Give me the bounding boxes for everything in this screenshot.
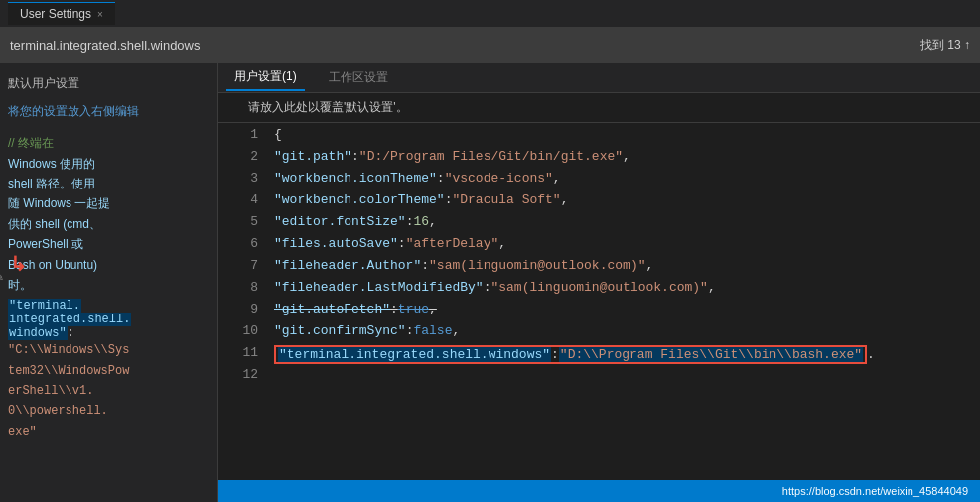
red-arrow-icon: ↳ [10,252,27,276]
line-num-1: 1 [226,127,258,142]
line-6-content: "files.autoSave" : "afterDelay" , [274,236,506,251]
title-bar: User Settings × [0,0,980,28]
line-7-content: "fileheader.Author" : "sam(linguomin@out… [274,258,653,273]
val-5: 16 [413,214,429,229]
code-line-6: 6 "files.autoSave" : "afterDelay" , [218,236,980,258]
key-8: "fileheader.LastModifiedBy" [274,280,484,295]
line-num-7: 7 [226,258,258,273]
line-num-4: 4 [226,192,258,207]
left-content-block: ↳ // 终端在 Windows 使用的 shell 路径。使用 随 Windo… [8,133,210,441]
val-part1: "C:\\Windows\\Sys [8,343,129,357]
setting-value-display: "C:\\Windows\\Sys tem32\\WindowsPow erSh… [8,340,210,441]
edit-icon: ✎ [0,270,4,284]
line-num-10: 10 [226,323,258,338]
setting-key-display: "terminal. integrated.shell. windows": [8,299,210,340]
left-panel-description: // 终端在 Windows 使用的 shell 路径。使用 随 Windows… [8,133,210,295]
search-input[interactable] [10,38,920,53]
editor-desc-text: 请放入此处以覆盖'默认设置'。 [248,100,408,114]
tab-workspace-settings-label: 工作区设置 [329,70,388,84]
line-9-content: "git.autoFetch" : true , [274,302,437,316]
comment-line: // 终端在 [8,133,210,153]
code-line-8: 8 "fileheader.LastModifiedBy" : "sam(lin… [218,280,980,302]
val-3: "vscode-icons" [445,171,553,186]
key-5: "editor.fontSize" [274,214,406,229]
line-1-content: { [274,127,282,142]
val-6: "afterDelay" [406,236,499,251]
editor-description: 请放入此处以覆盖'默认设置'。 [218,93,980,123]
line-num-12: 12 [226,367,258,382]
desc-line-7: 时。 [8,275,210,295]
val-part5: exe" [8,425,37,439]
val-8: "sam(linguomin@outlook.com)" [490,280,707,295]
tab-label: User Settings [20,7,91,21]
tab-workspace-settings[interactable]: 工作区设置 [321,65,396,91]
line-8-content: "fileheader.LastModifiedBy" : "sam(lingu… [274,280,716,295]
setting-key-part3: windows" [8,326,68,340]
val-9: true [398,302,429,316]
val-2: "D:/Program Files/Git/bin/git.exe" [359,149,623,164]
setting-key-part2: integrated.shell. [8,313,131,326]
key-11: "terminal.integrated.shell.windows" [278,347,551,362]
val-7: "sam(linguomin@outlook.com)" [429,258,645,273]
line-num-2: 2 [226,149,258,164]
code-line-11: 11 "terminal.integrated.shell.windows" :… [218,345,980,367]
line-num-11: 11 [226,345,258,360]
code-line-9: 9 "git.autoFetch" : true , [218,302,980,323]
desc-line-2: shell 路径。使用 [8,174,210,193]
line-num-3: 3 [226,171,258,186]
line-num-5: 5 [226,214,258,229]
code-line-5: 5 "editor.fontSize" : 16 , [218,214,980,236]
setting-key-block: "terminal. integrated.shell. windows": "… [8,299,210,441]
setting-colon: : [68,326,74,340]
status-url: https://blog.csdn.net/weixin_45844049 [782,485,968,497]
val-11: "D:\\Program Files\\Git\\bin\\bash.exe" [559,347,863,362]
line-4-content: "workbench.colorTheme" : "Dracula Soft" … [274,192,568,207]
line-num-8: 8 [226,280,258,295]
key-9: "git.autoFetch" [274,302,390,316]
key-2: "git.path" [274,149,351,164]
left-panel: 默认用户设置 将您的设置放入右侧编辑 ↳ // 终端在 Windows 使用的 … [0,63,218,502]
code-line-10: 10 "git.confirmSync" : false , [218,323,980,345]
line-2-content: "git.path" : "D:/Program Files/Git/bin/g… [274,149,630,164]
desc-line-5: PowerShell 或 [8,234,210,254]
code-line-3: 3 "workbench.iconTheme" : "vscode-icons"… [218,171,980,192]
line-num-9: 9 [226,302,258,316]
tab-user-settings-label: 用户设置(1) [234,69,297,83]
search-count: 找到 13 ↑ [920,37,970,54]
code-line-4: 4 "workbench.colorTheme" : "Dracula Soft… [218,192,980,214]
highlighted-block: "terminal.integrated.shell.windows" : "D… [274,345,867,364]
settings-tab[interactable]: User Settings × [8,2,115,25]
code-line-2: 2 "git.path" : "D:/Program Files/Git/bin… [218,149,980,171]
key-6: "files.autoSave" [274,236,398,251]
line-3-content: "workbench.iconTheme" : "vscode-icons" , [274,171,561,186]
val-part4: 0\\powershell. [8,404,108,418]
right-panel: 用户设置(1) 工作区设置 请放入此处以覆盖'默认设置'。 1 { 2 "git… [218,63,980,502]
line-5-content: "editor.fontSize" : 16 , [274,214,437,229]
code-line-7: 7 "fileheader.Author" : "sam(linguomin@o… [218,258,980,280]
main-area: 默认用户设置 将您的设置放入右侧编辑 ↳ // 终端在 Windows 使用的 … [0,63,980,502]
val-4: "Dracula Soft" [452,192,560,207]
desc-line-1: Windows 使用的 [8,154,210,174]
desc-line-3: 随 Windows 一起提 [8,193,210,213]
tab-user-settings[interactable]: 用户设置(1) [226,64,305,91]
key-10: "git.confirmSync" [274,323,406,338]
key-3: "workbench.iconTheme" [274,171,437,186]
key-7: "fileheader.Author" [274,258,421,273]
left-panel-title: 默认用户设置 [8,75,210,92]
desc-line-6: Bash on Ubuntu) [8,255,210,275]
desc-line-4: 供的 shell (cmd、 [8,214,210,234]
search-bar: 找到 13 ↑ [0,28,980,63]
tabs-row: 用户设置(1) 工作区设置 [218,63,980,93]
code-line-12: 12 [218,367,980,389]
line-11-content: "terminal.integrated.shell.windows" : "D… [274,345,875,364]
status-bar: https://blog.csdn.net/weixin_45844049 [218,480,980,502]
line-num-6: 6 [226,236,258,251]
tab-close-icon[interactable]: × [97,9,103,20]
key-4: "workbench.colorTheme" [274,192,445,207]
val-part3: erShell\\v1. [8,384,93,398]
setting-key-part1: "terminal. [8,299,81,313]
val-part2: tem32\\WindowsPow [8,364,129,378]
line-10-content: "git.confirmSync" : false , [274,323,460,338]
code-line-1: 1 { [218,127,980,149]
left-panel-subtitle: 将您的设置放入右侧编辑 [8,102,210,121]
